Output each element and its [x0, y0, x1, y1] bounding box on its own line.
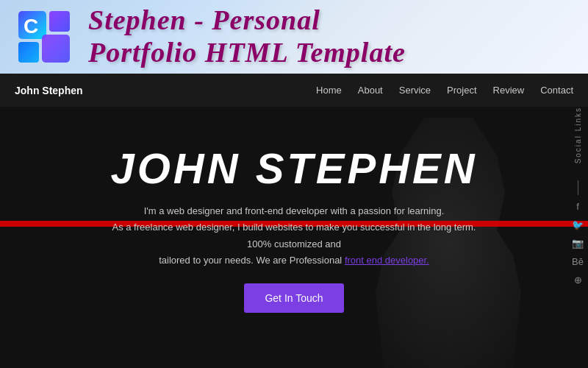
logo: C: [15, 7, 74, 66]
nav-home[interactable]: Home: [316, 85, 342, 96]
hero-desc-line2: As a freelance web designer, I build web…: [103, 219, 485, 252]
navbar: John Stephen Home About Service Project …: [0, 74, 588, 107]
nav-about[interactable]: About: [358, 85, 383, 96]
svg-rect-2: [18, 42, 39, 63]
hero-name: JOHN STEPHEN: [110, 147, 477, 190]
nav-links: Home About Service Project Review Contac…: [316, 85, 573, 96]
social-sidebar: Social Links f 🐦 📷 Bē ⊕: [567, 107, 588, 368]
hero-description: I'm a web designer and front-end develop…: [103, 203, 485, 268]
social-dribbble-icon[interactable]: ⊕: [574, 275, 582, 286]
hero-desc-line1: I'm a web designer and front-end develop…: [103, 203, 485, 219]
hero-section: JOHN STEPHEN I'm a web designer and fron…: [0, 107, 588, 368]
hero-highlight: front end developer.: [345, 255, 429, 266]
nav-project[interactable]: Project: [447, 85, 476, 96]
social-behance-icon[interactable]: Bē: [572, 256, 584, 267]
nav-review[interactable]: Review: [493, 85, 525, 96]
social-label: Social Links: [574, 107, 582, 171]
cta-button[interactable]: Get In Touch: [244, 283, 343, 313]
banner: C Stephen - Personal Portfolio HTML Temp…: [0, 0, 588, 74]
hero-desc-line3: tailored to your needs. We are Professio…: [103, 252, 485, 269]
hero-content: JOHN STEPHEN I'm a web designer and fron…: [103, 147, 485, 312]
social-divider-1: [578, 180, 578, 195]
social-instagram-icon[interactable]: 📷: [572, 238, 584, 249]
svg-rect-3: [42, 35, 70, 63]
nav-brand: John Stephen: [15, 85, 83, 96]
social-twitter-icon[interactable]: 🐦: [572, 219, 584, 230]
nav-service[interactable]: Service: [399, 85, 431, 96]
banner-title: Stephen - Personal Portfolio HTML Templa…: [88, 4, 406, 68]
svg-text:C: C: [24, 15, 38, 38]
svg-rect-1: [49, 11, 70, 32]
social-facebook-icon[interactable]: f: [576, 201, 579, 212]
nav-contact[interactable]: Contact: [540, 85, 573, 96]
